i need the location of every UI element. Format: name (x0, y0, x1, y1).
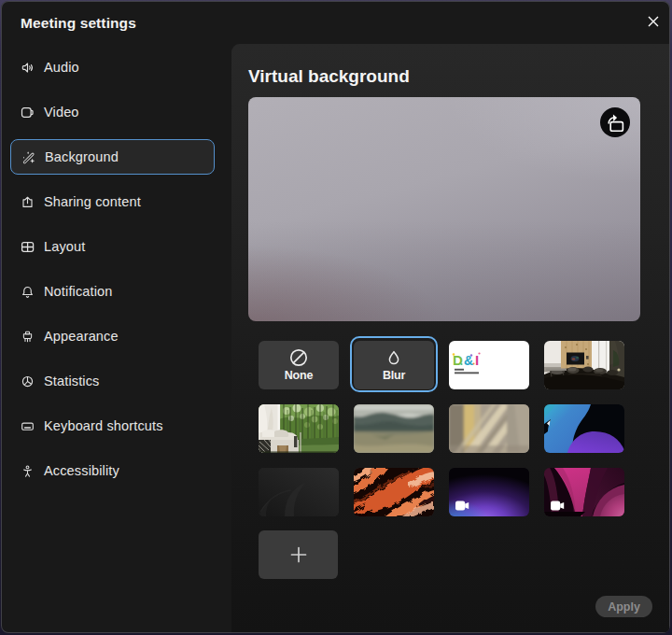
svg-text:I: I (475, 352, 479, 368)
